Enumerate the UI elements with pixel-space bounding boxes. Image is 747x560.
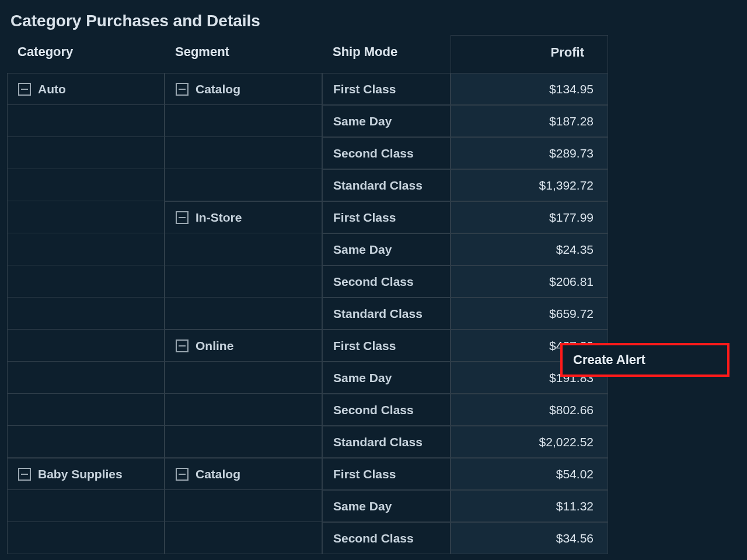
profit-cell[interactable]: $289.73 [451, 137, 608, 169]
column-header-shipmode[interactable]: Ship Mode [322, 35, 451, 73]
segment-cell[interactable]: Online [165, 330, 322, 362]
collapse-icon[interactable] [176, 83, 189, 96]
segment-cell[interactable]: Catalog [165, 73, 322, 105]
shipmode-cell[interactable]: Standard Class [322, 298, 451, 330]
segment-cell [165, 233, 322, 265]
shipmode-cell[interactable]: Same Day [322, 105, 451, 137]
category-cell [7, 490, 165, 522]
segment-cell [165, 522, 322, 554]
profit-cell[interactable]: $659.72 [451, 298, 608, 330]
profit-cell[interactable]: $802.66 [451, 394, 608, 426]
shipmode-cell[interactable]: Second Class [322, 394, 451, 426]
category-cell [7, 394, 165, 426]
shipmode-cell[interactable]: First Class [322, 73, 451, 105]
segment-cell[interactable]: Catalog [165, 458, 322, 490]
category-label: Baby Supplies [38, 467, 123, 481]
category-label: Auto [38, 82, 66, 96]
segment-label: In-Store [196, 211, 242, 225]
profit-cell[interactable]: $134.95 [451, 73, 608, 105]
segment-label: Catalog [196, 82, 240, 96]
profit-cell[interactable]: $2,022.52 [451, 426, 608, 458]
category-cell [7, 265, 165, 298]
segment-cell [165, 362, 322, 394]
segment-cell [165, 394, 322, 426]
column-header-category[interactable]: Category [7, 35, 165, 73]
page-title: Category Purchases and Details [0, 0, 747, 35]
profit-cell[interactable]: $11.32 [451, 490, 608, 522]
category-cell [7, 330, 165, 362]
collapse-icon[interactable] [18, 468, 31, 481]
segment-cell[interactable]: In-Store [165, 201, 322, 233]
column-header-profit[interactable]: Profit [451, 35, 608, 73]
category-cell [7, 105, 165, 137]
segment-cell [165, 490, 322, 522]
menu-item-create-alert[interactable]: Create Alert [573, 352, 645, 367]
segment-cell [165, 265, 322, 298]
category-cell [7, 169, 165, 201]
segment-label: Online [196, 339, 233, 353]
shipmode-cell[interactable]: Second Class [322, 265, 451, 298]
shipmode-cell[interactable]: Same Day [322, 362, 451, 394]
shipmode-cell[interactable]: Standard Class [322, 169, 451, 201]
segment-cell [165, 169, 322, 201]
column-header-segment[interactable]: Segment [165, 35, 322, 73]
segment-cell [165, 426, 322, 458]
category-cell[interactable]: Baby Supplies [7, 458, 165, 490]
collapse-icon[interactable] [176, 211, 189, 224]
category-cell [7, 137, 165, 169]
category-cell [7, 362, 165, 394]
collapse-icon[interactable] [18, 83, 31, 96]
segment-cell [165, 105, 322, 137]
shipmode-cell[interactable]: Same Day [322, 233, 451, 265]
shipmode-cell[interactable]: Second Class [322, 522, 451, 554]
shipmode-cell[interactable]: First Class [322, 330, 451, 362]
category-cell [7, 201, 165, 233]
category-cell [7, 522, 165, 554]
context-menu: Create Alert [560, 343, 729, 377]
shipmode-cell[interactable]: First Class [322, 201, 451, 233]
segment-label: Catalog [196, 467, 240, 481]
shipmode-cell[interactable]: Same Day [322, 490, 451, 522]
shipmode-cell[interactable]: Standard Class [322, 426, 451, 458]
collapse-icon[interactable] [176, 468, 189, 481]
segment-cell [165, 298, 322, 330]
shipmode-cell[interactable]: First Class [322, 458, 451, 490]
shipmode-cell[interactable]: Second Class [322, 137, 451, 169]
profit-cell[interactable]: $177.99 [451, 201, 608, 233]
profit-cell[interactable]: $24.35 [451, 233, 608, 265]
profit-cell[interactable]: $206.81 [451, 265, 608, 298]
category-cell [7, 298, 165, 330]
category-cell [7, 233, 165, 265]
segment-cell [165, 137, 322, 169]
category-cell[interactable]: Auto [7, 73, 165, 105]
category-cell [7, 426, 165, 458]
profit-cell[interactable]: $1,392.72 [451, 169, 608, 201]
collapse-icon[interactable] [176, 340, 189, 352]
profit-cell[interactable]: $54.02 [451, 458, 608, 490]
profit-cell[interactable]: $187.28 [451, 105, 608, 137]
pivot-table: Category Segment Ship Mode Profit [7, 35, 747, 73]
profit-cell[interactable]: $34.56 [451, 522, 608, 554]
pivot-body: AutoCatalogFirst Class$134.95Same Day$18… [7, 73, 747, 554]
